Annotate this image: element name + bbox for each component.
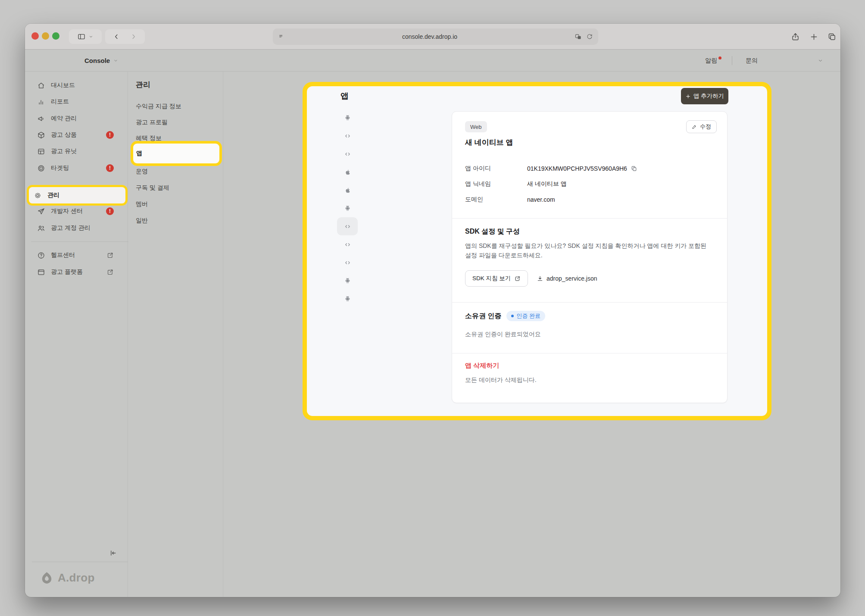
sidebar-item-ad-account-management[interactable]: 광고 계정 관리 <box>31 220 122 236</box>
alerts-unread-dot <box>718 56 721 59</box>
sidebar-item-label: 광고 유닛 <box>51 147 77 155</box>
sidebar-item-reservations[interactable]: 예약 관리 <box>31 110 122 127</box>
browser-toolbar: console.dev.adrop.io <box>25 24 840 50</box>
sidebar-icon <box>77 32 86 41</box>
sidebar-item-developer-center[interactable]: 개발자 센터 ! <box>31 203 122 219</box>
edit-button-label: 수정 <box>700 123 711 131</box>
domain-value: naver.com <box>527 196 555 203</box>
verified-status-badge: 인증 완료 <box>506 311 545 321</box>
window-close-button[interactable] <box>31 32 39 40</box>
subnav-item-operations[interactable]: 운영 <box>136 166 148 177</box>
sidebar-item-ad-units[interactable]: 광고 유닛 <box>31 143 122 159</box>
copy-icon[interactable] <box>631 165 637 172</box>
delete-app-link[interactable]: 앱 삭제하기 <box>465 362 499 370</box>
contact-label: 문의 <box>746 57 758 65</box>
platform-android-icon[interactable] <box>337 290 358 308</box>
sidebar-collapse-button[interactable] <box>109 549 117 557</box>
verified-badge-label: 인증 완료 <box>516 312 540 320</box>
external-link-icon <box>106 252 114 259</box>
config-file-name: adrop_service.json <box>546 275 597 282</box>
subnav-item-label: 광고 프로필 <box>136 119 168 126</box>
subnav-item-apps[interactable]: 앱 <box>133 144 219 163</box>
ownership-section-header: 소유권 인증 인증 완료 <box>465 311 545 321</box>
edit-button[interactable]: 수정 <box>686 120 717 133</box>
sidebar-item-label: 타겟팅 <box>51 164 69 172</box>
subnav-item-label: 수익금 지급 정보 <box>136 103 181 110</box>
nickname-value: 새 네이티브 앱 <box>527 180 567 188</box>
contact-button[interactable]: 문의 <box>746 50 758 71</box>
platform-web-icon[interactable] <box>337 217 358 235</box>
sidebar-item-management-highlight: 관리 <box>27 185 128 206</box>
sidebar-section-divider <box>31 241 128 242</box>
pencil-icon <box>692 124 697 130</box>
card-divider <box>452 302 727 303</box>
sidebar-item-ad-platform[interactable]: 광고 플랫폼 <box>31 264 122 280</box>
alerts-button[interactable]: 알림 <box>705 50 721 71</box>
forward-icon[interactable] <box>130 33 137 41</box>
sdk-section-title: SDK 설정 및 구성 <box>465 227 520 236</box>
platform-web-icon[interactable] <box>337 253 358 272</box>
sidebar-item-label: 리포트 <box>51 98 69 106</box>
field-row-app-id: 앱 아이디 01K19XKMW0PCHPJV5SV960A9H6 <box>465 163 637 174</box>
bar-chart-icon <box>37 98 45 106</box>
reader-icon[interactable] <box>278 33 285 40</box>
platform-android-icon[interactable] <box>337 109 358 127</box>
url-text[interactable]: console.dev.adrop.io <box>285 33 575 40</box>
window-minimize-button[interactable] <box>42 32 49 40</box>
subnav-item-members[interactable]: 멤버 <box>136 199 148 210</box>
platform-apple-icon[interactable] <box>337 163 358 181</box>
account-menu-button[interactable] <box>817 50 824 71</box>
apps-panel: 앱 앱 추가하기 <box>307 86 767 416</box>
window-zoom-button[interactable] <box>52 32 59 40</box>
field-row-nickname: 앱 닉네임 새 네이티브 앱 <box>465 179 567 189</box>
subnav-item-label: 운영 <box>136 168 148 175</box>
platform-android-icon[interactable] <box>337 272 358 290</box>
app-name: 새 네이티브 앱 <box>465 138 513 147</box>
address-bar[interactable]: console.dev.adrop.io <box>273 28 598 45</box>
sdk-guide-button-label: SDK 지침 보기 <box>472 275 511 282</box>
sidebar-item-ad-products[interactable]: 광고 상품 ! <box>31 127 122 143</box>
sidebar-item-targeting[interactable]: 타겟팅 ! <box>31 160 122 176</box>
delete-app-description: 모든 데이터가 삭제됩니다. <box>465 376 537 384</box>
sdk-guide-button[interactable]: SDK 지침 보기 <box>465 270 528 287</box>
subnav-item-general[interactable]: 일반 <box>136 215 148 226</box>
platform-apple-icon[interactable] <box>337 181 358 199</box>
app-id-value: 01K19XKMW0PCHPJV5SV960A9H6 <box>527 165 627 172</box>
sidebar-item-reports[interactable]: 리포트 <box>31 94 122 110</box>
subnav-item-subscription-billing[interactable]: 구독 및 결제 <box>136 182 169 194</box>
tab-overview-icon[interactable] <box>827 31 837 42</box>
field-label: 앱 닉네임 <box>465 180 527 188</box>
subnav-item-payout-info[interactable]: 수익금 지급 정보 <box>136 101 181 112</box>
back-icon[interactable] <box>112 33 120 41</box>
subnav-item-ad-profile[interactable]: 광고 프로필 <box>136 117 168 128</box>
reload-icon[interactable] <box>586 33 593 40</box>
share-icon[interactable] <box>790 31 800 42</box>
table-icon <box>37 147 45 156</box>
platform-android-icon[interactable] <box>337 199 358 217</box>
translate-icon[interactable] <box>575 33 582 41</box>
subnav-item-label: 구독 및 결제 <box>136 184 169 192</box>
home-icon <box>37 81 45 90</box>
alert-badge: ! <box>106 131 114 139</box>
sidebar-item-dashboard[interactable]: 대시보드 <box>31 77 122 94</box>
sidebar-toggle-button[interactable] <box>69 29 102 44</box>
chevron-down-icon <box>817 57 824 64</box>
chevron-down-icon <box>113 58 119 63</box>
new-tab-icon[interactable] <box>809 31 819 42</box>
subnav-divider <box>223 71 223 597</box>
platform-web-icon[interactable] <box>337 127 358 145</box>
page-title: 앱 <box>340 91 349 102</box>
subnav-item-label: 일반 <box>136 217 148 225</box>
platform-web-icon[interactable] <box>337 145 358 163</box>
sidebar-item-management[interactable]: 관리 <box>29 187 125 203</box>
app-brand[interactable]: Console <box>84 50 119 71</box>
alert-badge: ! <box>106 207 114 215</box>
platform-web-icon[interactable] <box>337 235 358 253</box>
config-file-download-link[interactable]: adrop_service.json <box>537 270 597 287</box>
card-divider <box>452 218 727 219</box>
add-app-button[interactable]: 앱 추가하기 <box>681 88 728 104</box>
sidebar-item-help-center[interactable]: 헬프센터 <box>31 247 122 263</box>
help-circle-icon <box>37 251 45 260</box>
chevron-down-icon <box>88 34 94 39</box>
app-detail-card: Web 수정 새 네이티브 앱 앱 아이디 01K19XKMW0PCHPJV5S… <box>452 111 728 403</box>
